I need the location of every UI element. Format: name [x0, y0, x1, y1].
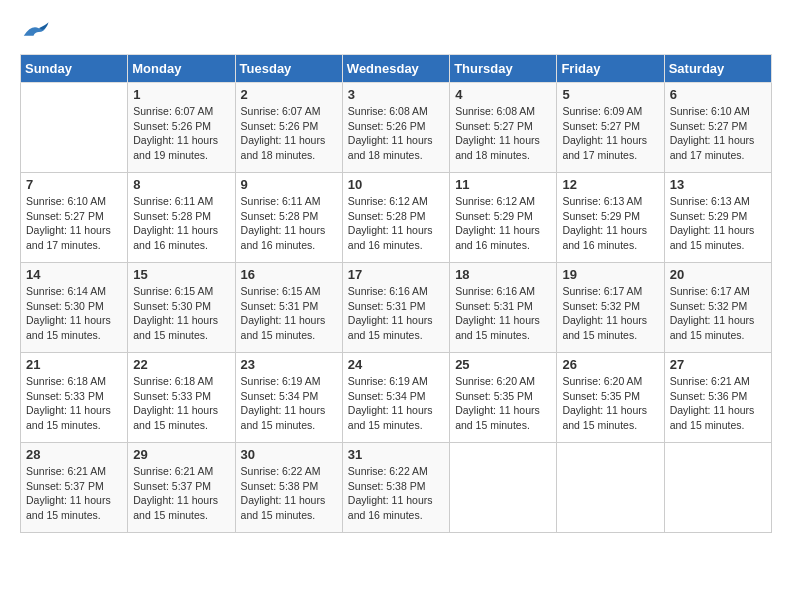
logo: [20, 20, 54, 44]
day-cell: 3Sunrise: 6:08 AM Sunset: 5:26 PM Daylig…: [342, 83, 449, 173]
day-cell: 25Sunrise: 6:20 AM Sunset: 5:35 PM Dayli…: [450, 353, 557, 443]
day-cell: 5Sunrise: 6:09 AM Sunset: 5:27 PM Daylig…: [557, 83, 664, 173]
day-info: Sunrise: 6:14 AM Sunset: 5:30 PM Dayligh…: [26, 284, 122, 343]
day-number: 30: [241, 447, 337, 462]
day-info: Sunrise: 6:12 AM Sunset: 5:29 PM Dayligh…: [455, 194, 551, 253]
day-info: Sunrise: 6:20 AM Sunset: 5:35 PM Dayligh…: [562, 374, 658, 433]
day-info: Sunrise: 6:17 AM Sunset: 5:32 PM Dayligh…: [562, 284, 658, 343]
day-number: 13: [670, 177, 766, 192]
header-row: SundayMondayTuesdayWednesdayThursdayFrid…: [21, 55, 772, 83]
day-info: Sunrise: 6:11 AM Sunset: 5:28 PM Dayligh…: [133, 194, 229, 253]
day-number: 20: [670, 267, 766, 282]
day-info: Sunrise: 6:21 AM Sunset: 5:36 PM Dayligh…: [670, 374, 766, 433]
day-cell: 29Sunrise: 6:21 AM Sunset: 5:37 PM Dayli…: [128, 443, 235, 533]
day-cell: 19Sunrise: 6:17 AM Sunset: 5:32 PM Dayli…: [557, 263, 664, 353]
day-number: 15: [133, 267, 229, 282]
day-number: 1: [133, 87, 229, 102]
week-row-4: 21Sunrise: 6:18 AM Sunset: 5:33 PM Dayli…: [21, 353, 772, 443]
day-number: 10: [348, 177, 444, 192]
day-info: Sunrise: 6:10 AM Sunset: 5:27 PM Dayligh…: [670, 104, 766, 163]
day-info: Sunrise: 6:16 AM Sunset: 5:31 PM Dayligh…: [455, 284, 551, 343]
day-cell: 2Sunrise: 6:07 AM Sunset: 5:26 PM Daylig…: [235, 83, 342, 173]
day-cell: 4Sunrise: 6:08 AM Sunset: 5:27 PM Daylig…: [450, 83, 557, 173]
day-info: Sunrise: 6:13 AM Sunset: 5:29 PM Dayligh…: [562, 194, 658, 253]
day-number: 29: [133, 447, 229, 462]
day-number: 5: [562, 87, 658, 102]
day-info: Sunrise: 6:13 AM Sunset: 5:29 PM Dayligh…: [670, 194, 766, 253]
day-number: 23: [241, 357, 337, 372]
day-cell: 10Sunrise: 6:12 AM Sunset: 5:28 PM Dayli…: [342, 173, 449, 263]
day-info: Sunrise: 6:19 AM Sunset: 5:34 PM Dayligh…: [348, 374, 444, 433]
day-number: 8: [133, 177, 229, 192]
day-cell: 9Sunrise: 6:11 AM Sunset: 5:28 PM Daylig…: [235, 173, 342, 263]
day-number: 16: [241, 267, 337, 282]
day-info: Sunrise: 6:15 AM Sunset: 5:31 PM Dayligh…: [241, 284, 337, 343]
day-cell: [450, 443, 557, 533]
week-row-1: 1Sunrise: 6:07 AM Sunset: 5:26 PM Daylig…: [21, 83, 772, 173]
day-number: 31: [348, 447, 444, 462]
day-number: 3: [348, 87, 444, 102]
day-cell: 23Sunrise: 6:19 AM Sunset: 5:34 PM Dayli…: [235, 353, 342, 443]
day-number: 22: [133, 357, 229, 372]
day-info: Sunrise: 6:07 AM Sunset: 5:26 PM Dayligh…: [241, 104, 337, 163]
week-row-3: 14Sunrise: 6:14 AM Sunset: 5:30 PM Dayli…: [21, 263, 772, 353]
day-number: 25: [455, 357, 551, 372]
day-info: Sunrise: 6:18 AM Sunset: 5:33 PM Dayligh…: [133, 374, 229, 433]
day-info: Sunrise: 6:16 AM Sunset: 5:31 PM Dayligh…: [348, 284, 444, 343]
header-cell-monday: Monday: [128, 55, 235, 83]
day-cell: 21Sunrise: 6:18 AM Sunset: 5:33 PM Dayli…: [21, 353, 128, 443]
day-cell: 24Sunrise: 6:19 AM Sunset: 5:34 PM Dayli…: [342, 353, 449, 443]
day-cell: 31Sunrise: 6:22 AM Sunset: 5:38 PM Dayli…: [342, 443, 449, 533]
header-cell-sunday: Sunday: [21, 55, 128, 83]
day-number: 17: [348, 267, 444, 282]
header-cell-thursday: Thursday: [450, 55, 557, 83]
day-number: 6: [670, 87, 766, 102]
day-cell: 13Sunrise: 6:13 AM Sunset: 5:29 PM Dayli…: [664, 173, 771, 263]
day-cell: 6Sunrise: 6:10 AM Sunset: 5:27 PM Daylig…: [664, 83, 771, 173]
week-row-2: 7Sunrise: 6:10 AM Sunset: 5:27 PM Daylig…: [21, 173, 772, 263]
day-cell: [557, 443, 664, 533]
day-info: Sunrise: 6:18 AM Sunset: 5:33 PM Dayligh…: [26, 374, 122, 433]
day-info: Sunrise: 6:09 AM Sunset: 5:27 PM Dayligh…: [562, 104, 658, 163]
day-number: 9: [241, 177, 337, 192]
day-number: 28: [26, 447, 122, 462]
day-info: Sunrise: 6:11 AM Sunset: 5:28 PM Dayligh…: [241, 194, 337, 253]
day-number: 7: [26, 177, 122, 192]
header-cell-saturday: Saturday: [664, 55, 771, 83]
day-cell: 1Sunrise: 6:07 AM Sunset: 5:26 PM Daylig…: [128, 83, 235, 173]
week-row-5: 28Sunrise: 6:21 AM Sunset: 5:37 PM Dayli…: [21, 443, 772, 533]
day-cell: 26Sunrise: 6:20 AM Sunset: 5:35 PM Dayli…: [557, 353, 664, 443]
day-info: Sunrise: 6:12 AM Sunset: 5:28 PM Dayligh…: [348, 194, 444, 253]
day-number: 4: [455, 87, 551, 102]
day-info: Sunrise: 6:22 AM Sunset: 5:38 PM Dayligh…: [348, 464, 444, 523]
day-number: 2: [241, 87, 337, 102]
day-cell: 18Sunrise: 6:16 AM Sunset: 5:31 PM Dayli…: [450, 263, 557, 353]
day-info: Sunrise: 6:10 AM Sunset: 5:27 PM Dayligh…: [26, 194, 122, 253]
header-cell-tuesday: Tuesday: [235, 55, 342, 83]
day-number: 18: [455, 267, 551, 282]
day-info: Sunrise: 6:07 AM Sunset: 5:26 PM Dayligh…: [133, 104, 229, 163]
logo-icon: [20, 20, 50, 44]
calendar-table: SundayMondayTuesdayWednesdayThursdayFrid…: [20, 54, 772, 533]
day-number: 11: [455, 177, 551, 192]
day-number: 27: [670, 357, 766, 372]
day-cell: [21, 83, 128, 173]
day-cell: 17Sunrise: 6:16 AM Sunset: 5:31 PM Dayli…: [342, 263, 449, 353]
header-cell-friday: Friday: [557, 55, 664, 83]
header-cell-wednesday: Wednesday: [342, 55, 449, 83]
day-number: 19: [562, 267, 658, 282]
day-cell: 28Sunrise: 6:21 AM Sunset: 5:37 PM Dayli…: [21, 443, 128, 533]
day-info: Sunrise: 6:19 AM Sunset: 5:34 PM Dayligh…: [241, 374, 337, 433]
day-cell: 27Sunrise: 6:21 AM Sunset: 5:36 PM Dayli…: [664, 353, 771, 443]
day-info: Sunrise: 6:08 AM Sunset: 5:26 PM Dayligh…: [348, 104, 444, 163]
day-info: Sunrise: 6:15 AM Sunset: 5:30 PM Dayligh…: [133, 284, 229, 343]
day-cell: 20Sunrise: 6:17 AM Sunset: 5:32 PM Dayli…: [664, 263, 771, 353]
day-number: 12: [562, 177, 658, 192]
day-info: Sunrise: 6:17 AM Sunset: 5:32 PM Dayligh…: [670, 284, 766, 343]
header: [20, 20, 772, 44]
day-info: Sunrise: 6:21 AM Sunset: 5:37 PM Dayligh…: [133, 464, 229, 523]
day-cell: 16Sunrise: 6:15 AM Sunset: 5:31 PM Dayli…: [235, 263, 342, 353]
day-info: Sunrise: 6:20 AM Sunset: 5:35 PM Dayligh…: [455, 374, 551, 433]
day-number: 14: [26, 267, 122, 282]
day-cell: 30Sunrise: 6:22 AM Sunset: 5:38 PM Dayli…: [235, 443, 342, 533]
